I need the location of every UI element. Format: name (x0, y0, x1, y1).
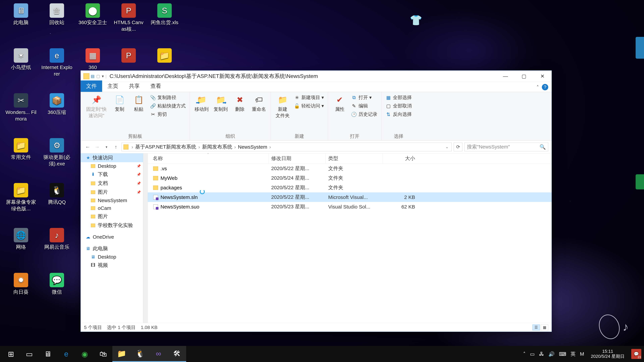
desktop-icon[interactable]: 📁常用文件 (3, 138, 38, 182)
copy-button[interactable]: 📄复制 (112, 94, 127, 112)
edge-widget-top[interactable] (636, 37, 644, 59)
table-row[interactable]: NewsSystem.sln2020/5/22 星期...Microsoft V… (148, 192, 552, 202)
copy-to-button[interactable]: 📁➡复制到 (213, 94, 228, 112)
rename-button[interactable]: 🏷重命名 (251, 94, 267, 112)
details-view-button[interactable]: ☰ (532, 325, 540, 331)
qat-dropdown-icon[interactable]: ▾ (102, 74, 104, 79)
invert-selection-button[interactable]: ⇅反向选择 (386, 111, 412, 117)
tray-volume-icon[interactable]: 🔊 (548, 351, 554, 357)
sidebar-quick-access[interactable]: ★快速访问 (81, 153, 148, 162)
tab-share[interactable]: 共享 (124, 80, 145, 92)
pin-quickaccess-button[interactable]: 📌固定到"快速访问" (85, 94, 108, 119)
tray-battery-icon[interactable]: ▭ (530, 351, 535, 357)
taskbar-app-2[interactable]: 🛠 (168, 346, 186, 362)
properties-button[interactable]: ✔属性 (332, 94, 348, 112)
start-button[interactable]: ⊞ (2, 346, 20, 362)
taskbar-360[interactable]: ◉ (76, 346, 94, 362)
back-button[interactable]: ← (84, 143, 92, 151)
up-button[interactable]: ↑ (112, 143, 120, 151)
tray-ime-lang[interactable]: 英 (570, 351, 576, 358)
desktop-icon[interactable]: 🗑回收站 (39, 3, 74, 47)
crumb-dropdown-icon[interactable]: ⌄ (444, 145, 450, 149)
sidebar-ocam[interactable]: oCam (81, 204, 148, 212)
minimize-button[interactable]: — (496, 70, 515, 82)
tray-network-icon[interactable]: 🖧 (539, 351, 544, 357)
music-fairy-widget[interactable]: ♪ (594, 312, 634, 342)
col-size[interactable]: 大小 (382, 153, 418, 164)
help-icon[interactable]: ? (542, 84, 548, 90)
recent-dropdown[interactable]: ▾ (103, 143, 110, 151)
sidebar-desktop2[interactable]: 🖥Desktop (81, 253, 148, 261)
sidebar-this-pc[interactable]: 🖥此电脑 (81, 244, 148, 253)
tab-view[interactable]: 查看 (145, 80, 166, 92)
desktop-icon[interactable]: ✹向日葵 (3, 273, 38, 317)
sidebar-documents[interactable]: 文档📌 (81, 179, 148, 188)
desktop-icon[interactable]: 🌐网络 (3, 228, 38, 272)
close-button[interactable]: ✕ (533, 70, 552, 82)
breadcrumb[interactable]: › 基于ASP.NET新闻发布系统› 新闻发布系统› NewsSystem› ⌄ (122, 143, 452, 151)
table-row[interactable]: .vs2020/5/22 星期...文件夹 (148, 164, 552, 173)
scroll-down-icon[interactable]: ▾ (144, 319, 147, 322)
forward-button[interactable]: → (94, 143, 101, 151)
easy-access-button[interactable]: 🔓轻松访问 ▾ (294, 103, 324, 109)
desktop-icon[interactable]: S闲鱼出货.xls (147, 3, 182, 47)
desktop-icon[interactable]: ✶小鸟壁纸 (3, 48, 38, 92)
desktop-icon[interactable]: 🐧腾讯QQ (39, 183, 74, 227)
sidebar-onedrive[interactable]: ☁OneDrive (81, 233, 148, 241)
table-row[interactable]: MyWeb2020/5/24 星期...文件夹 (148, 173, 552, 183)
taskbar-explorer[interactable]: 📁 (112, 346, 131, 362)
taskbar-store[interactable]: 🛍 (94, 346, 112, 362)
table-row[interactable]: packages2020/5/22 星期...文件夹 (148, 183, 552, 192)
qat-properties-icon[interactable]: ▤ (91, 74, 94, 79)
history-button[interactable]: 🕑历史记录 (351, 111, 377, 117)
scroll-up-icon[interactable]: ▴ (144, 154, 147, 157)
select-none-button[interactable]: ▢全部取消 (386, 103, 412, 109)
taskbar-clock[interactable]: 15:11 2020/5/24 星期日 (588, 349, 627, 359)
sidebar-downloads[interactable]: ⬇下载📌 (81, 170, 148, 179)
crumb-0[interactable]: 基于ASP.NET新闻发布系统 (135, 143, 196, 150)
sidebar-school[interactable]: 学校数字化实验 (81, 221, 148, 230)
tab-home[interactable]: 主页 (102, 80, 124, 92)
desktop-icon[interactable]: eInternet Explorer (39, 48, 74, 92)
sidebar-desktop[interactable]: Desktop📌 (81, 162, 148, 170)
sidebar-newssystem[interactable]: NewsSystem (81, 197, 148, 204)
crumb-1[interactable]: 新闻发布系统 (202, 143, 232, 150)
search-input[interactable]: 搜索"NewsSystem"🔍 (464, 143, 548, 151)
tshirt-widget[interactable]: 👕 (409, 13, 422, 27)
taskbar-app-1[interactable]: 🖥 (38, 346, 57, 362)
desktop-icon[interactable]: 📁屏幕录像专家绿色版... (3, 183, 38, 227)
taskbar-vs[interactable]: ∞ (149, 346, 168, 362)
desktop-icon[interactable]: PHTML5 Canvas核... (111, 3, 146, 47)
tab-file[interactable]: 文件 (81, 80, 102, 92)
task-view-button[interactable]: ▭ (20, 346, 38, 362)
desktop-icon[interactable]: 🖥此电脑 (3, 3, 38, 47)
desktop-icon[interactable]: ⚙驱动更新(必须).exe (39, 138, 74, 182)
new-item-button[interactable]: ✳新建项目 ▾ (294, 94, 324, 101)
sidebar-pictures2[interactable]: 图片 (81, 212, 148, 221)
col-type[interactable]: 类型 (326, 153, 382, 164)
edit-button[interactable]: ✎编辑 (351, 103, 377, 109)
copy-path-button[interactable]: 📎复制路径 (150, 94, 186, 101)
tray-overflow-icon[interactable]: ˄ (523, 351, 526, 357)
table-row[interactable]: NewsSystem.suo2020/5/23 星期...Visual Stud… (148, 202, 552, 212)
crumb-2[interactable]: NewsSystem (238, 144, 267, 150)
col-date[interactable]: 修改日期 (268, 153, 326, 164)
move-to-button[interactable]: 📁➡移动到 (194, 94, 209, 112)
ribbon-collapse-icon[interactable]: ˄ (536, 84, 539, 90)
sidebar-pictures[interactable]: 图片📌 (81, 188, 148, 197)
delete-button[interactable]: ✖删除 (232, 94, 248, 112)
tray-ime-mode[interactable]: M (580, 351, 584, 357)
sidebar-videos[interactable]: 🎞视频 (81, 261, 148, 270)
cut-button[interactable]: ✂剪切 (150, 111, 186, 117)
thumbnails-view-button[interactable]: ▦ (541, 325, 548, 331)
taskbar-edge[interactable]: e (57, 346, 76, 362)
action-center-button[interactable]: 💬23 (631, 349, 641, 359)
refresh-button[interactable]: ⟳ (454, 143, 462, 151)
open-button[interactable]: ⧉打开 ▾ (351, 94, 377, 101)
tray-keyboard-icon[interactable]: ⌨ (559, 351, 566, 357)
desktop-icon[interactable]: 💬微信 (39, 273, 74, 317)
col-name[interactable]: ˄名称 (148, 153, 268, 164)
edge-widget-mid[interactable] (636, 174, 644, 189)
desktop-icon[interactable]: 📦360压缩 (39, 93, 74, 137)
maximize-button[interactable]: ▢ (515, 70, 533, 82)
